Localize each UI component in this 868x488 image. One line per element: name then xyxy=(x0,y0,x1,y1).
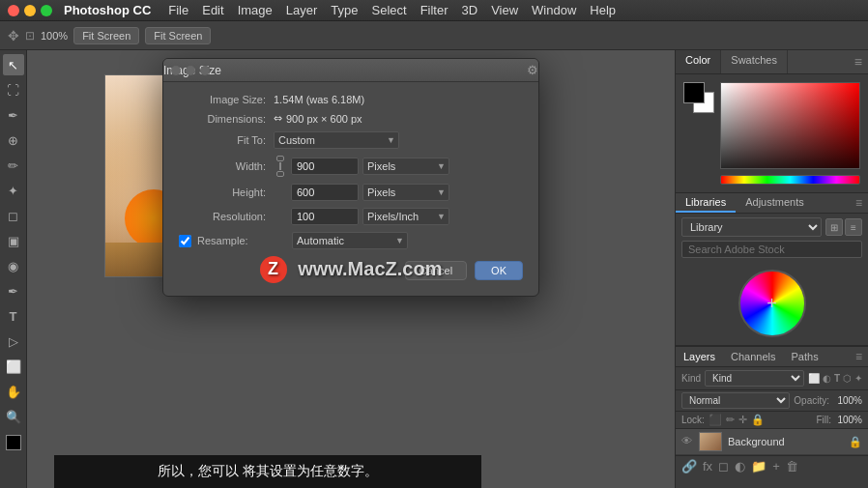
foreground-color-swatch[interactable] xyxy=(683,82,705,103)
hand-tool[interactable]: ✋ xyxy=(3,381,24,402)
layers-tabs: Layers Channels Paths ≡ xyxy=(676,347,868,367)
menu-file[interactable]: File xyxy=(168,3,188,17)
mac-window-controls[interactable] xyxy=(8,5,52,16)
layer-adjustment-btn[interactable]: ◐ xyxy=(735,459,745,474)
move-tool-icon[interactable]: ✥ xyxy=(8,28,19,43)
width-unit-wrapper[interactable]: Pixels Percent Inches ▼ xyxy=(362,158,449,175)
resample-checkbox[interactable] xyxy=(179,235,191,247)
panel-menu-btn[interactable]: ≡ xyxy=(849,50,868,73)
filter-shape-icon[interactable]: ⬡ xyxy=(843,373,852,384)
gradient-tool[interactable]: ▣ xyxy=(3,230,24,251)
lock-image-icon[interactable]: ✏ xyxy=(726,414,735,426)
layer-name: Background xyxy=(728,436,849,447)
layer-visibility-icon[interactable]: 👁 xyxy=(681,435,695,448)
fit-to-select-wrapper[interactable]: Custom Original Size Letter ▼ xyxy=(274,131,399,149)
artboard-icon[interactable]: ⊡ xyxy=(25,29,35,43)
dialog-settings-icon[interactable]: ⚙ xyxy=(527,63,538,77)
dialog-window-controls[interactable] xyxy=(171,66,210,75)
dialog-close[interactable] xyxy=(171,66,181,75)
height-input[interactable] xyxy=(291,184,359,201)
tab-channels[interactable]: Channels xyxy=(723,348,783,365)
image-size-row: Image Size: 1.54M (was 6.18M) xyxy=(179,94,523,105)
cancel-button[interactable]: Cancel xyxy=(405,261,467,280)
color-wheel[interactable]: + xyxy=(738,270,806,337)
tab-color[interactable]: Color xyxy=(676,50,721,73)
tab-libraries[interactable]: Libraries xyxy=(676,193,736,213)
menu-window[interactable]: Window xyxy=(532,3,576,17)
fit-to-select[interactable]: Custom Original Size Letter xyxy=(274,131,399,149)
resample-select-wrapper[interactable]: Automatic Preserve Details Bicubic Smoot… xyxy=(292,232,408,249)
tab-adjustments[interactable]: Adjustments xyxy=(736,193,814,213)
width-input[interactable] xyxy=(291,158,359,175)
library-select[interactable]: Library xyxy=(681,217,822,237)
layer-item[interactable]: 👁 Background 🔒 xyxy=(676,429,868,455)
resample-select[interactable]: Automatic Preserve Details Bicubic Smoot… xyxy=(292,232,408,249)
filter-adjustment-icon[interactable]: ◐ xyxy=(823,373,831,384)
clone-tool[interactable]: ✦ xyxy=(3,180,24,201)
menu-filter[interactable]: Filter xyxy=(420,3,448,17)
filter-type-icon[interactable]: T xyxy=(834,373,840,384)
kind-select[interactable]: Kind xyxy=(705,370,804,387)
dialog-overlay: Image Size ⚙ Image Size: 1.54M (was 6.18… xyxy=(27,50,675,488)
spot-heal-tool[interactable]: ⊕ xyxy=(3,129,24,151)
shape-tool[interactable]: ⬜ xyxy=(3,356,24,377)
layer-fx-btn[interactable]: fx xyxy=(703,459,712,474)
fit-screen-btn-1[interactable]: Fit Screen xyxy=(73,27,139,44)
eraser-tool[interactable]: ◻ xyxy=(3,205,24,226)
dialog-maximize[interactable] xyxy=(200,66,210,75)
lock-all-icon[interactable]: 🔒 xyxy=(751,414,765,426)
tab-layers[interactable]: Layers xyxy=(676,348,723,365)
zoom-tool[interactable]: 🔍 xyxy=(3,406,24,427)
pen-tool[interactable]: ✒ xyxy=(3,280,24,301)
color-swatches[interactable] xyxy=(6,435,21,450)
maximize-button[interactable] xyxy=(41,5,52,16)
list-view-btn[interactable]: ≡ xyxy=(845,218,862,236)
hue-slider[interactable] xyxy=(720,175,860,185)
dodge-tool[interactable]: ◉ xyxy=(3,255,24,276)
tab-swatches[interactable]: Swatches xyxy=(721,50,788,73)
crop-tool[interactable]: ⛶ xyxy=(3,79,24,100)
minimize-button[interactable] xyxy=(24,5,36,16)
layer-link-btn[interactable]: 🔗 xyxy=(681,459,697,474)
layer-new-btn[interactable]: + xyxy=(772,459,780,474)
resolution-input[interactable] xyxy=(291,208,359,225)
resolution-unit-select[interactable]: Pixels/Inch Pixels/cm xyxy=(362,208,449,225)
lock-transparent-icon[interactable]: ⬛ xyxy=(709,414,722,426)
library-search-input[interactable] xyxy=(681,241,862,258)
height-unit-select[interactable]: Pixels Percent Inches xyxy=(362,184,449,201)
lock-position-icon[interactable]: ✛ xyxy=(738,414,747,426)
menu-type[interactable]: Type xyxy=(331,3,358,17)
selection-tool[interactable]: ↖ xyxy=(3,54,24,75)
resolution-unit-wrapper[interactable]: Pixels/Inch Pixels/cm ▼ xyxy=(362,208,449,225)
layer-folder-btn[interactable]: 📁 xyxy=(751,459,767,474)
dialog-minimize[interactable] xyxy=(186,66,195,75)
menu-layer[interactable]: Layer xyxy=(286,3,318,17)
menu-edit[interactable]: Edit xyxy=(202,3,223,17)
fit-screen-btn-2[interactable]: Fit Screen xyxy=(145,27,211,44)
menu-view[interactable]: View xyxy=(491,3,518,17)
menu-image[interactable]: Image xyxy=(238,3,273,17)
tab-paths[interactable]: Paths xyxy=(784,348,826,365)
layer-mask-btn[interactable]: ◻ xyxy=(718,459,729,474)
lock-icons: ⬛ ✏ ✛ 🔒 xyxy=(709,414,765,426)
menu-select[interactable]: Select xyxy=(371,3,406,17)
foreground-background-swatches[interactable] xyxy=(683,82,714,113)
libraries-menu-btn[interactable]: ≡ xyxy=(850,193,868,213)
width-unit-select[interactable]: Pixels Percent Inches xyxy=(362,158,449,175)
menu-help[interactable]: Help xyxy=(590,3,616,17)
menu-3d[interactable]: 3D xyxy=(462,3,478,17)
color-spectrum[interactable] xyxy=(720,82,860,169)
filter-pixel-icon[interactable]: ⬜ xyxy=(808,373,820,384)
layers-menu-btn[interactable]: ≡ xyxy=(850,347,868,366)
height-unit-wrapper[interactable]: Pixels Percent Inches ▼ xyxy=(362,184,449,201)
ok-button[interactable]: OK xyxy=(475,261,523,280)
brush-tool[interactable]: ✏ xyxy=(3,155,24,176)
close-button[interactable] xyxy=(8,5,19,16)
eyedropper-tool[interactable]: ✒ xyxy=(3,104,24,126)
layer-delete-btn[interactable]: 🗑 xyxy=(786,459,798,474)
grid-view-btn[interactable]: ⊞ xyxy=(825,218,843,236)
type-tool[interactable]: T xyxy=(3,305,24,327)
blend-mode-select[interactable]: Normal xyxy=(681,392,790,409)
path-tool[interactable]: ▷ xyxy=(3,330,24,352)
filter-smart-icon[interactable]: ✦ xyxy=(854,373,862,384)
